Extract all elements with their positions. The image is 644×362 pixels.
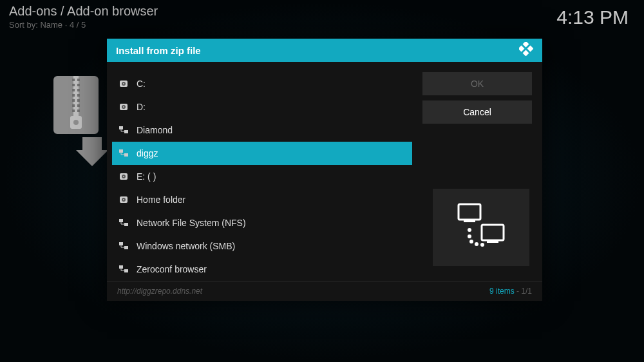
file-item-label: E: ( ) [137,171,156,182]
svg-rect-42 [119,265,123,269]
file-item-label: D: [137,102,146,112]
svg-rect-43 [124,269,128,272]
footer-path: http://diggzrepo.ddns.net [117,287,202,296]
svg-point-52 [480,243,484,247]
drive-icon [117,172,130,181]
file-item-label: Home folder [137,195,185,205]
network-preview-icon [433,189,529,266]
file-item-label: C: [137,79,146,89]
sort-line: Sort by: Name · 4 / 5 [9,20,158,30]
svg-rect-9 [77,89,80,91]
file-item[interactable]: Home folder [112,188,412,211]
svg-rect-40 [119,242,123,245]
svg-rect-47 [487,240,498,243]
svg-rect-4 [72,79,75,81]
svg-rect-19 [519,46,524,52]
svg-point-3 [73,120,79,125]
network-icon [117,242,130,250]
file-list: C:D:DiamonddiggzE: ( )Home folderNetwork… [112,72,412,281]
network-icon [117,126,130,134]
file-item[interactable]: C: [112,72,412,95]
svg-rect-10 [72,94,75,97]
svg-rect-20 [527,46,533,52]
file-item[interactable]: Network File System (NFS) [112,211,412,234]
svg-rect-45 [464,220,475,222]
file-item[interactable]: Zeroconf browser [112,258,412,281]
svg-rect-11 [77,94,80,97]
zip-download-icon [50,76,108,169]
svg-rect-8 [72,89,75,91]
svg-rect-46 [482,225,504,240]
file-item-label: Diamond [137,125,173,135]
svg-rect-31 [124,153,128,157]
svg-rect-13 [77,99,80,102]
file-item[interactable]: E: ( ) [112,165,412,188]
network-icon [117,219,130,227]
svg-point-27 [123,106,124,108]
svg-rect-28 [119,126,123,129]
svg-rect-16 [72,110,75,112]
svg-point-34 [123,176,124,177]
drive-icon [117,102,130,111]
file-item[interactable]: Windows network (SMB) [112,234,412,258]
dialog-title: Install from zip file [116,45,201,56]
kodi-logo-icon [519,42,533,59]
svg-point-37 [123,199,124,200]
svg-point-50 [469,240,473,243]
svg-point-49 [468,234,471,238]
svg-rect-44 [459,204,480,220]
svg-rect-6 [72,84,75,86]
clock: 4:13 PM [556,6,629,28]
svg-rect-5 [77,79,80,81]
svg-rect-18 [523,42,529,47]
svg-rect-12 [72,99,75,102]
ok-button[interactable]: OK [422,72,532,95]
install-zip-dialog: Install from zip file C:D:DiamonddiggzE:… [107,39,542,301]
svg-rect-1 [73,76,79,120]
file-item-label: Zeroconf browser [137,264,207,274]
svg-rect-30 [119,149,123,153]
svg-rect-14 [72,104,75,107]
svg-rect-29 [124,130,128,133]
dialog-header: Install from zip file [107,39,542,62]
file-item-label: diggz [137,148,158,158]
drive-icon [117,195,130,204]
svg-rect-15 [77,104,80,107]
svg-point-51 [475,242,478,246]
svg-rect-21 [523,50,529,56]
file-item[interactable]: Diamond [112,119,412,142]
svg-rect-39 [124,223,128,226]
svg-rect-7 [77,84,80,86]
svg-rect-17 [77,110,80,112]
page-header: Add-ons / Add-on browser Sort by: Name ·… [9,4,158,30]
network-icon [117,149,130,157]
svg-point-48 [468,228,471,232]
file-item[interactable]: diggz [112,142,412,165]
cancel-button[interactable]: Cancel [422,100,532,124]
breadcrumb: Add-ons / Add-on browser [9,4,158,19]
file-item[interactable]: D: [112,95,412,119]
file-item-label: Network File System (NFS) [137,218,246,228]
file-item-label: Windows network (SMB) [137,241,235,251]
footer-count: 9 items - 1/1 [489,287,532,296]
dialog-footer: http://diggzrepo.ddns.net 9 items - 1/1 [107,281,542,301]
network-icon [117,265,130,273]
svg-rect-38 [119,219,123,222]
svg-point-24 [123,83,124,84]
drive-icon [117,79,130,88]
svg-rect-41 [124,246,128,249]
